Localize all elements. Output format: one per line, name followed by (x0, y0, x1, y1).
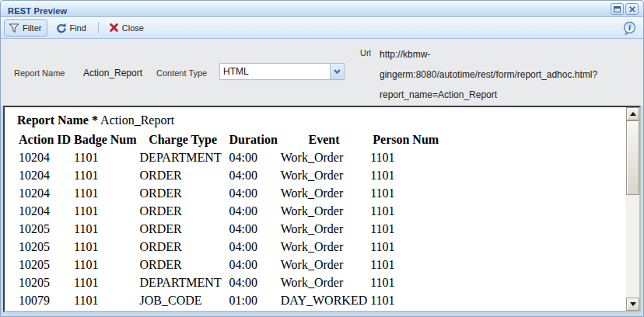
report-name-label: Report Name (14, 68, 65, 78)
maximize-icon (614, 6, 621, 12)
close-button-label: Close (122, 23, 144, 33)
table-row: 102051101ORDER04:00Work_Order1101 (17, 256, 443, 273)
url-label: Url (360, 48, 371, 57)
cell: 1101 (72, 148, 138, 166)
cell: Work_Order (279, 166, 369, 184)
url-value: http://kbmw-gingerm:8080/autotime/rest/f… (380, 44, 627, 105)
table-row: 102041101DEPARTMENT04:00Work_Order1101 (17, 148, 443, 166)
cell: Work_Order (279, 202, 369, 220)
toolbar-separator (98, 22, 99, 33)
combo-trigger-button[interactable] (330, 64, 344, 79)
cell: 1101 (72, 273, 138, 291)
scroll-up-button[interactable] (626, 107, 639, 120)
table-row: 102041101ORDER04:00Work_Order1101 (17, 202, 443, 220)
report-title: Report Name * Action_Report (17, 110, 639, 131)
arrow-down-icon (630, 302, 636, 306)
scrollbar-thumb[interactable] (626, 120, 639, 195)
maximize-button[interactable] (611, 3, 624, 15)
cell: 10204 (17, 202, 72, 220)
report-header-row: Action IDBadge NumCharge TypeDurationEve… (17, 131, 443, 148)
column-header: Action ID (17, 131, 72, 148)
cell: DEPARTMENT (138, 273, 228, 291)
cell: ORDER (138, 238, 228, 256)
cell: 10205 (17, 238, 72, 256)
cell: 04:00 (228, 166, 279, 184)
cell: 10205 (17, 220, 72, 238)
cell: 1101 (369, 220, 443, 238)
content-type-value: HTML (220, 66, 330, 77)
cell: 04:00 (228, 273, 279, 291)
report-body: Report Name * Action_Report Action IDBad… (5, 107, 639, 309)
cell: 10205 (17, 273, 72, 291)
refresh-icon (55, 23, 66, 33)
cell: 04:00 (228, 148, 279, 166)
table-row: 102051101ORDER04:00Work_Order1101 (17, 238, 443, 256)
cell: Work_Order (279, 256, 369, 273)
column-header: Duration (228, 131, 279, 148)
cell: JOB_CODE (138, 291, 228, 309)
filter-button-label: Filter (23, 23, 41, 33)
cell: 1101 (369, 238, 443, 256)
filter-button[interactable]: Filter (4, 19, 47, 37)
report-title-value: Action_Report (100, 113, 174, 127)
window-controls (611, 3, 639, 15)
cell: DEPARTMENT (138, 148, 228, 166)
chevron-down-icon (333, 68, 341, 75)
cell: 10204 (17, 184, 72, 202)
report-table: Action IDBadge NumCharge TypeDurationEve… (17, 131, 443, 309)
cell: 04:00 (228, 202, 279, 220)
content-type-label: Content Type (156, 68, 207, 78)
cell: 1101 (72, 184, 138, 202)
scroll-down-button[interactable] (626, 298, 639, 311)
column-header: Event (279, 131, 369, 148)
column-header: Badge Num (72, 131, 138, 148)
cell: 01:00 (228, 291, 279, 309)
find-button-label: Find (69, 23, 86, 33)
cell: 10204 (17, 148, 72, 166)
window-close-button[interactable] (625, 3, 639, 15)
cell: ORDER (138, 166, 228, 184)
table-row: 102041101ORDER04:00Work_Order1101 (17, 184, 443, 202)
info-balloon-icon: i (622, 21, 637, 36)
cell: 04:00 (228, 220, 279, 238)
toolbar: Filter Find Close (1, 17, 643, 39)
cell: 1101 (72, 291, 138, 309)
cell: 1101 (369, 291, 443, 309)
find-button[interactable]: Find (51, 19, 92, 37)
window-title: REST Preview (8, 6, 67, 16)
cell: 04:00 (228, 184, 279, 202)
cell: 04:00 (228, 256, 279, 273)
table-row: 102041101ORDER04:00Work_Order1101 (17, 166, 443, 184)
vertical-scrollbar[interactable] (626, 107, 639, 311)
cell: ORDER (138, 202, 228, 220)
cell: 1101 (369, 273, 443, 291)
red-x-icon (109, 23, 119, 33)
report-tbody: 102041101DEPARTMENT04:00Work_Order110110… (17, 148, 443, 309)
cell: 1101 (369, 166, 443, 184)
cell: ORDER (138, 256, 228, 273)
cell: 1101 (72, 238, 138, 256)
rest-preview-window: REST Preview Filter Find (0, 0, 644, 317)
cell: 10204 (17, 166, 72, 184)
cell: 1101 (369, 184, 443, 202)
close-icon (628, 5, 637, 14)
report-content: Report Name * Action_Report Action IDBad… (3, 106, 641, 312)
column-header: Person Num (369, 131, 443, 148)
cell: 10079 (17, 291, 72, 309)
cell: Work_Order (279, 148, 369, 166)
window-titlebar[interactable]: REST Preview (1, 1, 643, 17)
cell: Work_Order (279, 184, 369, 202)
close-report-button[interactable]: Close (104, 19, 150, 37)
funnel-icon (9, 23, 19, 33)
cell: 1101 (369, 148, 443, 166)
report-name-value: Action_Report (83, 68, 142, 78)
cell: Work_Order (279, 273, 369, 291)
content-type-select[interactable]: HTML (219, 63, 345, 80)
table-row: 100791101JOB_CODE01:00DAY_WORKED1101 (17, 291, 443, 309)
table-row: 102051101ORDER04:00Work_Order1101 (17, 220, 443, 238)
cell: 1101 (72, 166, 138, 184)
report-title-label: Report Name * (17, 113, 98, 127)
arrow-up-icon (630, 112, 636, 116)
cell: 04:00 (228, 238, 279, 256)
info-button[interactable]: i (622, 21, 637, 36)
